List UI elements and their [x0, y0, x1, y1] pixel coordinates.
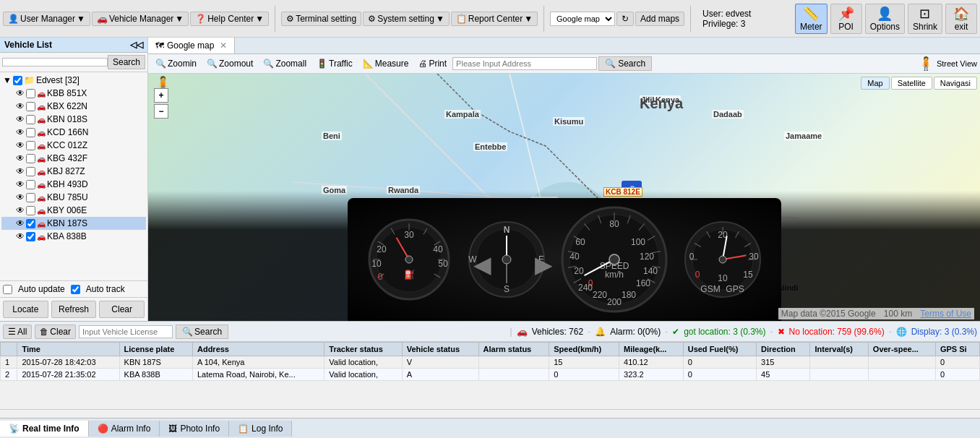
zoomin-btn[interactable]: 🔍 Zoomin: [151, 57, 201, 70]
svg-text:80: 80: [610, 219, 620, 229]
svg-text:40: 40: [434, 244, 444, 254]
license-plate-input[interactable]: [79, 325, 173, 338]
poi-btn[interactable]: 📌 POI: [830, 4, 862, 34]
map-search-button[interactable]: 🔍 Search: [598, 56, 652, 71]
alarm-tab[interactable]: 🔴 Alarm Info: [89, 421, 160, 437]
v3-checkbox[interactable]: [26, 115, 35, 124]
refresh-button[interactable]: Refresh: [51, 301, 97, 318]
cell-plate: KBA 838B: [119, 369, 192, 381]
v10-checkbox[interactable]: [26, 206, 35, 215]
car-icon: 🚗: [37, 207, 46, 215]
map-area: 🗺 Google map ✕ 🔍 Zoomin 🔍 Zoomout 🔍 Zoom…: [148, 38, 980, 321]
table-row[interactable]: 1 2015-07-28 18:42:03 KBN 187S A 104, Ke…: [1, 356, 980, 369]
list-item[interactable]: 👁 🚗 KBU 785U: [1, 191, 146, 204]
col-interval: Interval(s): [810, 343, 868, 356]
photo-tab[interactable]: 🖼 Photo Info: [160, 421, 229, 437]
map-tabs: 🗺 Google map ✕: [148, 38, 980, 54]
v6-checkbox[interactable]: [26, 154, 35, 163]
vehicle-search-input[interactable]: [2, 58, 108, 66]
cell-num: 2: [1, 369, 17, 381]
zoom-out-btn[interactable]: −: [154, 104, 168, 119]
map-tab-google[interactable]: 🗺 Google map ✕: [148, 38, 235, 53]
tree-root-item[interactable]: ▼ 📁 Edvest [32]: [1, 74, 146, 87]
v2-checkbox[interactable]: [26, 102, 35, 111]
license-search-btn[interactable]: 🔍 Search: [176, 325, 228, 339]
traffic-btn[interactable]: 🚦 Traffic: [312, 57, 357, 70]
list-item[interactable]: 👁 🚗 KBN 187S: [1, 217, 146, 230]
list-item[interactable]: 👁 🚗 KBA 838B: [1, 230, 146, 243]
shrink-btn[interactable]: ⊡ Shrink: [908, 4, 942, 34]
help-center-btn[interactable]: ❓ Help Center ▼: [190, 12, 269, 26]
next-arrow[interactable]: ▶: [535, 251, 553, 278]
shrink-icon: ⊡: [919, 6, 930, 22]
v1-checkbox[interactable]: [26, 89, 35, 98]
close-tab-icon[interactable]: ✕: [220, 40, 227, 51]
v4-checkbox[interactable]: [26, 128, 35, 137]
v11-checkbox[interactable]: [26, 219, 35, 228]
zoom-in-btn[interactable]: +: [154, 88, 168, 103]
exit-btn[interactable]: 🏠 exit: [945, 4, 977, 34]
v5-checkbox[interactable]: [26, 141, 35, 150]
v12-checkbox[interactable]: [26, 232, 35, 241]
auto-update-checkbox[interactable]: [3, 285, 12, 294]
zoomout-btn[interactable]: 🔍 Zoomout: [202, 57, 257, 70]
print-btn[interactable]: 🖨 Print: [414, 57, 451, 70]
bottom-clear-btn[interactable]: 🗑 Clear: [35, 325, 76, 339]
cell-gps: 0: [935, 356, 979, 369]
prev-arrow[interactable]: ◀: [473, 251, 491, 278]
add-maps-btn[interactable]: Add maps: [635, 12, 684, 26]
collapse-icon[interactable]: ◁◁: [130, 40, 143, 50]
table-row[interactable]: 2 2015-07-28 21:35:02 KBA 838B Latema Ro…: [1, 369, 980, 381]
v8-checkbox[interactable]: [26, 180, 35, 189]
vehicle-search-button[interactable]: Search: [108, 55, 145, 69]
realtime-tab[interactable]: 📡 Real time Info: [0, 421, 89, 437]
list-item[interactable]: 👁 🚗 KCD 166N: [1, 126, 146, 139]
map-label-entebbe: Entebbe: [473, 142, 507, 151]
svg-text:200: 200: [607, 297, 622, 307]
meter-btn[interactable]: 📏 Meter: [795, 4, 828, 34]
map-view-btn[interactable]: Map: [861, 77, 889, 90]
cell-overspeed: [868, 356, 935, 369]
dropdown-arrow3: ▼: [255, 14, 264, 24]
vehicle-manager-btn[interactable]: 🚗 Vehicle Manager ▼: [92, 12, 189, 26]
list-item[interactable]: 👁 🚗 KCC 012Z: [1, 139, 146, 152]
svg-text:60: 60: [576, 237, 586, 247]
list-item[interactable]: 👁 🚗 KBH 493D: [1, 178, 146, 191]
clear-button[interactable]: Clear: [99, 301, 145, 318]
horizontal-scrollbar[interactable]: [0, 409, 980, 418]
address-input[interactable]: [452, 57, 597, 70]
v7-checkbox[interactable]: [26, 167, 35, 176]
system-setting-btn[interactable]: ⚙ System setting ▼: [363, 12, 450, 26]
all-icon: ☰: [8, 327, 16, 337]
car-icon: 🚗: [37, 142, 46, 150]
list-item[interactable]: 👁 🚗 KBX 622N: [1, 100, 146, 113]
all-vehicles-btn[interactable]: ☰ All: [3, 325, 32, 339]
cell-alarm: [478, 356, 549, 369]
zoomall-btn[interactable]: 🔍 Zoomall: [259, 57, 311, 70]
cell-gps: 0: [935, 369, 979, 381]
list-item[interactable]: 👁 🚗 KBJ 827Z: [1, 165, 146, 178]
navigasi-view-btn[interactable]: Navigasi: [934, 77, 977, 90]
report-center-btn[interactable]: 📋 Report Center ▼: [451, 12, 538, 26]
map-type-select[interactable]: Google map Baidu map OSM: [550, 12, 615, 26]
satellite-view-btn[interactable]: Satellite: [891, 77, 932, 90]
terminal-setting-btn[interactable]: ⚙ Terminal setting: [281, 12, 361, 26]
auto-track-checkbox[interactable]: [71, 285, 80, 294]
list-item[interactable]: 👁 🚗 KBG 432F: [1, 152, 146, 165]
user-manager-btn[interactable]: 👤 User Manager ▼: [3, 12, 90, 26]
refresh-icon-btn[interactable]: ↻: [616, 12, 634, 26]
v9-checkbox[interactable]: [26, 193, 35, 202]
list-item[interactable]: 👁 🚗 KBY 006E: [1, 204, 146, 217]
col-direction: Direction: [757, 343, 810, 356]
cell-interval: [810, 369, 868, 381]
map-container[interactable]: Beni Kampala Entebbe Kisumu Jilib Dadaab…: [148, 74, 980, 321]
log-tab[interactable]: 📋 Log Info: [229, 421, 292, 437]
list-item[interactable]: 👁 🚗 KBB 851X: [1, 87, 146, 100]
locate-button[interactable]: Locate: [3, 301, 48, 318]
list-item[interactable]: 👁 🚗 KBN 018S: [1, 113, 146, 126]
root-checkbox[interactable]: [13, 76, 22, 85]
sep1: [275, 6, 275, 32]
svg-text:180: 180: [622, 290, 636, 300]
options-btn[interactable]: 👤 Options: [865, 4, 905, 34]
measure-btn[interactable]: 📐 Measure: [358, 57, 413, 70]
